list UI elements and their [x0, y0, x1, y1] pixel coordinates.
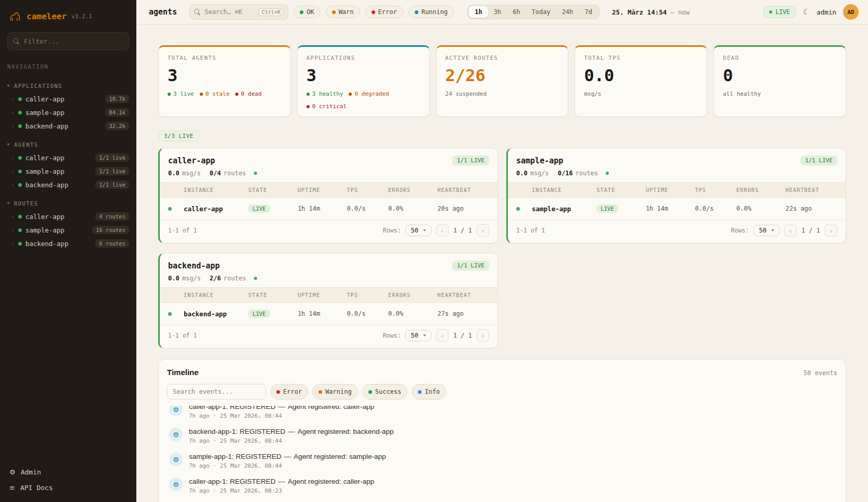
sidebar-footer: ⚙ Admin ≡ API Docs [0, 462, 136, 502]
overall-live-badge: 3/3 LIVE [158, 131, 199, 141]
rows-per-page-select[interactable]: 50 [405, 330, 431, 341]
filter-chip-warn[interactable]: Warn [326, 6, 360, 18]
status-dot [18, 183, 22, 187]
event-title: backend-app-1: REGISTERED [189, 428, 285, 435]
tps-value: 0.0 [516, 170, 528, 177]
status-dot [18, 124, 22, 128]
event-description: Agent registered: caller-app [288, 406, 374, 410]
app-card-backend-app: backend-app 1/1 LIVE 0.0 msg/s 2/6 route… [158, 253, 498, 349]
live-status-badge: LIVE [763, 6, 796, 18]
timeline-chip-info[interactable]: Info [412, 384, 446, 400]
sidebar-item-backend-app-routes[interactable]: › backend-app 6 routes [0, 237, 136, 250]
column-tps: TPS [347, 292, 388, 298]
table-footer: 1-1 of 1 Rows: 50 ‹ 1 / 1 › [508, 220, 846, 243]
chevron-down-icon [7, 144, 10, 146]
range-24h[interactable]: 24h [556, 6, 579, 18]
chevron-left-icon: ‹ [788, 227, 793, 235]
timeline-search-input[interactable] [167, 384, 266, 400]
sidebar-item-backend-app-agent[interactable]: › backend-app 1/1 live [0, 178, 136, 191]
sidebar-item-api-docs[interactable]: ≡ API Docs [9, 484, 127, 492]
table-row[interactable]: sample-app LIVE 1h 14m 0.0/s 0.0% 22s ag… [508, 198, 846, 220]
section-header-routes[interactable]: ROUTES [0, 197, 136, 210]
timeline-event: ⚙ caller-app-1: REGISTERED—Agent registe… [167, 406, 837, 423]
dark-mode-toggle[interactable]: ☾ [803, 7, 810, 17]
timeline-event: ⚙ sample-app-1: REGISTERED—Agent registe… [167, 448, 837, 473]
cell-instance: backend-app [184, 310, 248, 318]
app-card-title: sample-app [516, 156, 563, 165]
search-input[interactable] [205, 8, 255, 16]
stat-meta-item: 3 live [173, 91, 194, 97]
chevron-down-icon [7, 202, 10, 204]
rows-per-page-select[interactable]: 50 [405, 225, 431, 236]
column-instance: INSTANCE [184, 187, 248, 193]
stat-meta-item: 0 stale [206, 91, 229, 97]
stat-value: 0 [723, 66, 837, 85]
sidebar-filter[interactable] [7, 32, 129, 50]
filter-chip-ok[interactable]: OK [293, 6, 320, 18]
timeline-chip-warning[interactable]: Warning [312, 384, 358, 400]
column-errors: ERRORS [388, 187, 438, 193]
status-dot [18, 156, 22, 160]
sidebar-item-sample-app-agent[interactable]: › sample-app 1/1 live [0, 164, 136, 178]
timeline-event-list[interactable]: ⚙ caller-app-1: REGISTERED—Agent registe… [167, 406, 837, 502]
table-row[interactable]: backend-app LIVE 1h 14m 0.0/s 0.0% 27s a… [160, 303, 497, 325]
global-search[interactable]: Ctrl+K [189, 4, 288, 20]
range-3h[interactable]: 3h [488, 6, 507, 18]
timeline-chip-success[interactable]: Success [362, 384, 408, 400]
cell-heartbeat: 22s ago [786, 205, 837, 212]
section-label: APPLICATIONS [14, 83, 62, 89]
timeline-chip-error[interactable]: Error [270, 384, 308, 400]
row-status-dot [168, 312, 172, 316]
column-heartbeat: HEARTBEAT [438, 292, 489, 298]
cell-uptime: 1h 14m [646, 205, 695, 212]
routes-unit: routes [224, 275, 246, 282]
sidebar-item-sample-app-routes[interactable]: › sample-app 16 routes [0, 223, 136, 237]
section-header-agents[interactable]: AGENTS [0, 138, 136, 151]
filter-input[interactable] [24, 37, 123, 45]
next-page-button[interactable]: › [825, 224, 837, 237]
next-page-button[interactable]: › [477, 329, 489, 342]
sidebar-item-caller-app-routes[interactable]: › caller-app 4 routes [0, 210, 136, 223]
sidebar-item-backend-app[interactable]: › backend-app 32.2k [0, 119, 136, 133]
sidebar-section-agents: AGENTS › caller-app 1/1 live › sample-ap… [0, 138, 136, 191]
app-live-badge: 1/1 LIVE [452, 156, 489, 165]
health-dot [606, 172, 609, 175]
column-instance: INSTANCE [184, 292, 248, 298]
state-badge: LIVE [248, 310, 270, 318]
search-icon [194, 9, 201, 16]
rows-per-page-value: 50 [759, 227, 766, 234]
sidebar-item-caller-app-agent[interactable]: › caller-app 1/1 live [0, 151, 136, 164]
chevron-right-icon: › [11, 123, 15, 130]
sidebar-item-sample-app[interactable]: › sample-app 84.1k [0, 106, 136, 119]
section-header-applications[interactable]: APPLICATIONS [0, 79, 136, 92]
prev-page-button[interactable]: ‹ [436, 224, 449, 237]
range-today[interactable]: Today [526, 6, 556, 18]
nav-section-label: NAVIGATION [0, 51, 136, 74]
range-7d[interactable]: 7d [579, 6, 597, 18]
filter-chip-running[interactable]: Running [409, 6, 454, 18]
prev-page-button[interactable]: ‹ [436, 329, 449, 342]
avatar[interactable]: AD [843, 4, 859, 20]
range-1h[interactable]: 1h [469, 6, 488, 18]
health-dot [254, 172, 257, 175]
tps-value: 0.0 [168, 170, 180, 177]
prev-page-button[interactable]: ‹ [784, 224, 797, 237]
chevron-down-icon [7, 85, 10, 87]
table-row[interactable]: caller-app LIVE 1h 14m 0.0/s 0.0% 20s ag… [160, 198, 497, 220]
sidebar-item-admin[interactable]: ⚙ Admin [9, 468, 127, 476]
stat-label: APPLICATIONS [307, 55, 420, 61]
page-title: agents [149, 7, 177, 17]
sidebar-item-caller-app[interactable]: › caller-app 10.7k [0, 92, 136, 106]
column-errors: ERRORS [736, 187, 786, 193]
status-dot [307, 105, 310, 108]
chevron-right-icon: › [11, 96, 15, 102]
pagination-range: 1-1 of 1 [516, 227, 545, 234]
page-indicator: 1 / 1 [453, 227, 472, 234]
next-page-button[interactable]: › [477, 224, 489, 237]
rows-per-page-select[interactable]: 50 [754, 225, 779, 236]
timeline-event-count: 50 events [803, 369, 837, 377]
cell-tps: 0.0/s [347, 205, 388, 212]
filter-chip-error[interactable]: Error [365, 6, 403, 18]
timeline-event: ⚙ caller-app-1: REGISTERED—Agent registe… [167, 473, 837, 498]
range-6h[interactable]: 6h [507, 6, 526, 18]
